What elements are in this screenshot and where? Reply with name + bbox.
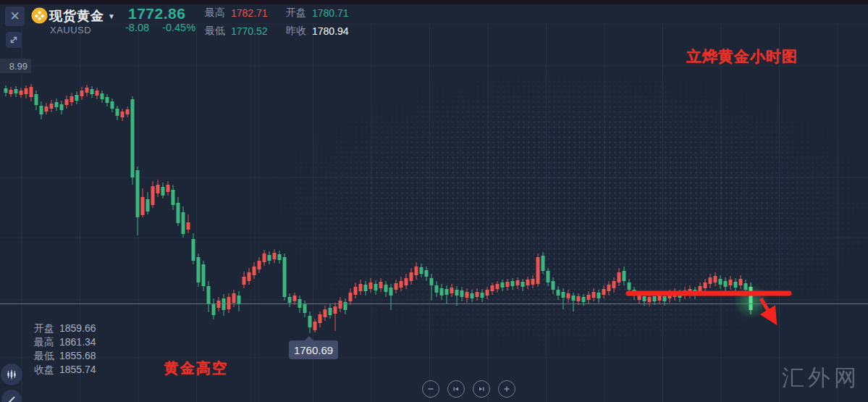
gold-coin-icon <box>31 7 48 24</box>
legend-open-value: 1859.66 <box>59 322 96 334</box>
change-percent: -0.45% <box>162 22 195 33</box>
skip-to-end-button[interactable] <box>473 380 490 398</box>
legend-low-label: 最低 <box>34 350 54 361</box>
site-watermark: 汇外网 <box>782 363 860 393</box>
legend-close-label: 收盘 <box>34 364 54 375</box>
trading-app-window: ✕ 现货黄金▼ XAUUSD 1772.86 -8.08 -0.45% 最高 1… <box>0 0 868 402</box>
symbol-code: XAUUSD <box>50 25 91 35</box>
low-value: 1770.52 <box>231 25 270 37</box>
chart-style-button[interactable] <box>1 364 22 385</box>
symbol-title[interactable]: 现货黄金▼ <box>49 7 116 25</box>
pencil-icon <box>7 395 17 402</box>
plus-icon <box>502 385 511 393</box>
price-axis-label: 8.99 <box>0 59 31 73</box>
zoom-in-button[interactable] <box>498 380 515 398</box>
zoom-out-button[interactable] <box>422 380 439 398</box>
legend-close-row: 收盘1855.74 <box>34 363 96 377</box>
legend-high-value: 1861.34 <box>59 336 96 348</box>
skip-end-icon <box>477 385 486 393</box>
change-value: -8.08 <box>125 22 149 33</box>
top-border-strip <box>0 0 868 4</box>
prev-close-label: 昨收 <box>286 25 306 38</box>
chart-navigation-bar <box>422 380 515 398</box>
skip-to-start-button[interactable] <box>447 380 465 398</box>
open-label: 开盘 <box>286 7 306 20</box>
legend-open-label: 开盘 <box>34 322 54 334</box>
minus-icon <box>426 385 435 393</box>
annotation-trade-note: 黄金高空 <box>164 359 228 378</box>
price-change: -8.08 -0.45% <box>125 22 206 33</box>
open-value: 1780.71 <box>312 7 351 19</box>
legend-high-label: 最高 <box>34 336 54 348</box>
last-price: 1772.86 <box>128 5 185 22</box>
low-label: 最低 <box>205 25 225 38</box>
annotation-chart-title: 立烨黄金小时图 <box>686 46 798 67</box>
low-price-value: 1760.69 <box>294 344 333 356</box>
close-button[interactable]: ✕ <box>5 7 25 26</box>
diagonal-arrows-icon <box>9 35 19 45</box>
legend-low-row: 最低1855.68 <box>34 349 96 363</box>
legend-low-value: 1855.68 <box>59 350 96 361</box>
prev-close-value: 1780.94 <box>312 25 351 37</box>
close-icon: ✕ <box>9 9 20 24</box>
high-value: 1782.71 <box>231 7 270 19</box>
collapse-button[interactable] <box>6 32 22 48</box>
legend-close-value: 1855.74 <box>59 364 96 375</box>
chevron-down-icon: ▼ <box>108 12 116 20</box>
ohlc-legend: 开盘1859.66 最高1861.34 最低1855.68 收盘1855.74 <box>34 322 96 377</box>
low-price-tooltip: 1760.69 <box>289 340 338 359</box>
legend-high-row: 最高1861.34 <box>34 335 96 349</box>
symbol-name-text: 现货黄金 <box>49 9 104 23</box>
high-label: 最高 <box>205 7 225 20</box>
skip-start-icon <box>452 385 460 393</box>
gridlines <box>0 24 868 402</box>
quote-stats: 最高 1782.71 开盘 1780.71 最低 1770.52 昨收 1780… <box>205 7 351 38</box>
candlestick-icon <box>6 369 17 380</box>
legend-open-row: 开盘1859.66 <box>34 322 96 335</box>
